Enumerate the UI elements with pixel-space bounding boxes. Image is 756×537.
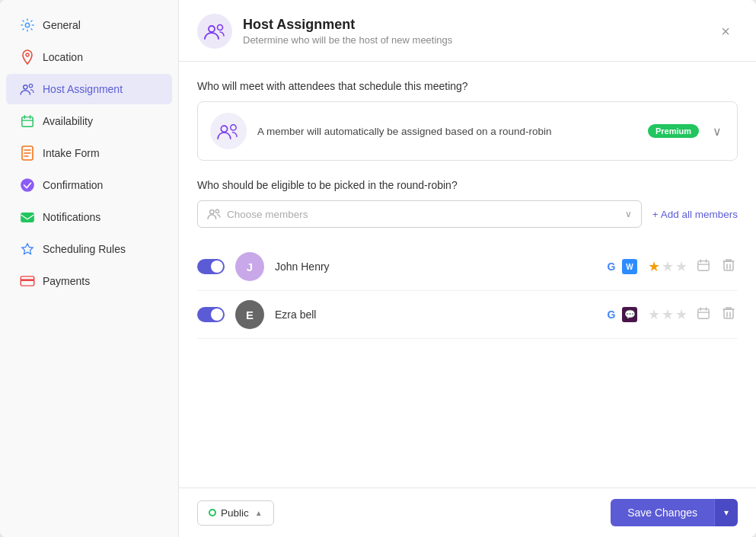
- ezra-bell-stars: ★ ★ ★: [648, 306, 687, 323]
- john-henry-toggle[interactable]: [197, 259, 225, 274]
- host-assignment-icon: [20, 82, 35, 97]
- payments-icon: [20, 273, 35, 289]
- save-changes-button[interactable]: Save Changes: [611, 499, 714, 526]
- confirmation-label: Confirmation: [43, 179, 103, 191]
- host-assignment-label: Host Assignment: [43, 83, 123, 95]
- location-icon: [20, 50, 35, 65]
- public-label: Public: [221, 507, 249, 519]
- svg-point-0: [25, 23, 29, 27]
- availability-label: Availability: [43, 115, 93, 127]
- notifications-icon: [20, 209, 35, 225]
- svg-rect-16: [698, 261, 709, 270]
- john-henry-star-1[interactable]: ★: [648, 258, 660, 275]
- premium-badge: Premium: [648, 124, 699, 138]
- save-changes-dropdown-button[interactable]: ▾: [714, 499, 738, 526]
- public-chevron-icon: ▲: [255, 509, 263, 517]
- content-area: Host Assignment Determine who will be th…: [179, 0, 756, 537]
- scheduling-rules-label: Scheduling Rules: [43, 243, 126, 255]
- ezra-bell-toggle[interactable]: [197, 307, 225, 322]
- content-body: Who will meet with attendees that schedu…: [179, 62, 756, 487]
- john-henry-name: John Henry: [275, 261, 587, 273]
- svg-rect-9: [21, 279, 34, 281]
- ezra-bell-actions: ★ ★ ★: [648, 303, 738, 327]
- sidebar-item-location[interactable]: Location: [6, 42, 172, 72]
- ezra-bell-star-3[interactable]: ★: [675, 306, 687, 323]
- svg-rect-19: [724, 309, 733, 318]
- question-2: Who should be eligible to be picked in t…: [197, 179, 738, 191]
- save-button-group: Save Changes ▾: [611, 499, 738, 526]
- content-header: Host Assignment Determine who will be th…: [179, 0, 756, 62]
- header-subtitle: Determine who will be the host of new me…: [243, 34, 452, 46]
- public-button[interactable]: Public ▲: [197, 500, 274, 526]
- john-henry-actions: ★ ★ ★: [648, 255, 738, 279]
- sidebar-item-general[interactable]: General: [6, 10, 172, 40]
- location-label: Location: [43, 51, 83, 63]
- round-robin-icon: [210, 113, 247, 149]
- sidebar-item-notifications[interactable]: Notifications: [6, 202, 172, 232]
- svg-rect-4: [22, 117, 33, 127]
- members-select-chevron-icon: ∨: [625, 209, 632, 219]
- john-henry-avatar: J: [235, 252, 264, 281]
- ezra-bell-avatar: E: [235, 300, 264, 329]
- john-henry-star-2[interactable]: ★: [662, 258, 674, 275]
- john-henry-stars: ★ ★ ★: [648, 258, 687, 275]
- google-icon-john: G: [604, 259, 619, 274]
- public-status-dot: [209, 509, 216, 516]
- svg-point-14: [210, 210, 214, 214]
- main-layout: General Location: [0, 0, 756, 537]
- round-robin-expand-button[interactable]: ∨: [710, 121, 725, 142]
- scheduling-rules-icon: [20, 241, 35, 257]
- sidebar-item-host-assignment[interactable]: Host Assignment: [6, 74, 172, 104]
- svg-point-2: [24, 85, 27, 89]
- ezra-bell-name: Ezra bell: [275, 308, 587, 321]
- ezra-bell-star-2[interactable]: ★: [662, 306, 674, 323]
- add-all-members-link[interactable]: + Add all members: [652, 209, 738, 220]
- round-robin-card[interactable]: A member will automatically be assigned …: [197, 101, 738, 161]
- member-row-john-henry: J John Henry G W ★ ★ ★: [197, 243, 738, 291]
- members-select-icon: [207, 208, 221, 220]
- header-left: Host Assignment Determine who will be th…: [197, 14, 452, 49]
- zoom-icon-john: W: [622, 259, 637, 274]
- general-icon: [20, 18, 35, 33]
- app-container: General Location: [0, 0, 756, 537]
- sidebar-item-scheduling-rules[interactable]: Scheduling Rules: [6, 234, 172, 264]
- members-select-placeholder: Choose members: [227, 209, 619, 220]
- confirmation-icon: [20, 177, 35, 193]
- header-title: Host Assignment: [243, 17, 452, 33]
- intake-form-icon: [20, 145, 35, 161]
- john-henry-star-3[interactable]: ★: [675, 258, 687, 275]
- intake-form-label: Intake Form: [43, 147, 100, 159]
- members-select-dropdown[interactable]: Choose members ∨: [197, 200, 642, 228]
- header-text: Host Assignment Determine who will be th…: [243, 17, 452, 46]
- svg-point-3: [29, 84, 32, 87]
- question-1: Who will meet with attendees that schedu…: [197, 80, 738, 92]
- john-henry-delete-button[interactable]: [719, 255, 738, 279]
- round-robin-text: A member will automatically be assigned …: [257, 126, 637, 137]
- close-button[interactable]: ×: [713, 19, 738, 43]
- svg-point-10: [209, 26, 215, 32]
- ezra-bell-delete-button[interactable]: [719, 303, 738, 327]
- sidebar-item-intake-form[interactable]: Intake Form: [6, 138, 172, 168]
- notifications-label: Notifications: [43, 211, 100, 223]
- sidebar-item-confirmation[interactable]: Confirmation: [6, 170, 172, 200]
- general-label: General: [43, 19, 81, 31]
- footer: Public ▲ Save Changes ▾: [179, 487, 756, 537]
- svg-point-13: [231, 125, 236, 130]
- sidebar-item-payments[interactable]: Payments: [6, 266, 172, 296]
- ezra-bell-star-1[interactable]: ★: [648, 306, 660, 323]
- payments-label: Payments: [43, 275, 90, 287]
- availability-icon: [20, 113, 35, 129]
- svg-point-12: [221, 126, 227, 132]
- members-select-row: Choose members ∨ + Add all members: [197, 200, 738, 228]
- ezra-bell-calendar-button[interactable]: [694, 303, 713, 327]
- google-icon-ezra: G: [604, 307, 619, 322]
- sidebar-item-availability[interactable]: Availability: [6, 106, 172, 136]
- sidebar: General Location: [0, 0, 179, 537]
- svg-rect-18: [698, 308, 709, 318]
- svg-point-15: [215, 209, 219, 213]
- svg-point-6: [21, 179, 33, 191]
- member-row-ezra-bell: E Ezra bell G 💬 ★ ★ ★: [197, 291, 738, 339]
- header-icon: [197, 14, 232, 49]
- svg-point-1: [26, 53, 29, 56]
- john-henry-calendar-button[interactable]: [694, 255, 713, 279]
